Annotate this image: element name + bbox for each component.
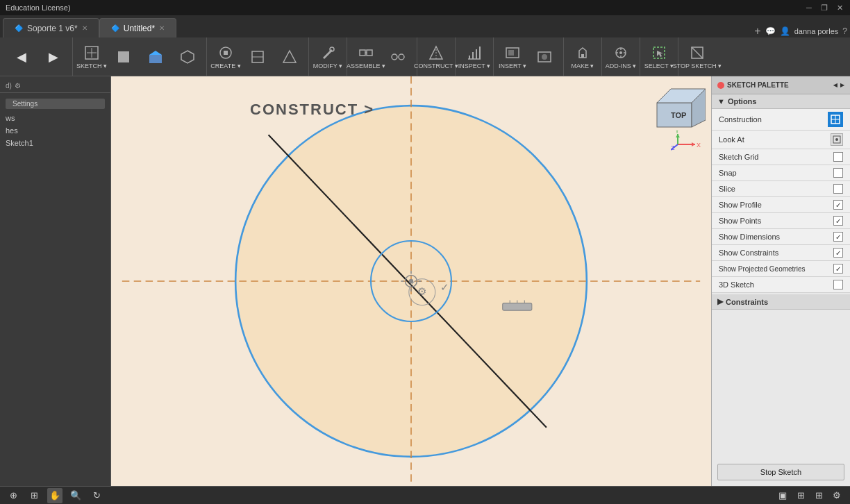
- create2-button[interactable]: [242, 40, 274, 74]
- sketch-grid-checkbox[interactable]: [833, 152, 843, 162]
- look-at-btn[interactable]: [831, 133, 843, 146]
- svg-text:⚙: ⚙: [417, 286, 426, 297]
- sketch-create-button[interactable]: [140, 40, 172, 74]
- show-dimensions-checkbox[interactable]: [833, 232, 843, 242]
- help-btn[interactable]: ?: [842, 26, 847, 36]
- palette-pin-icon[interactable]: ◂: [833, 81, 838, 90]
- panel-item-ws[interactable]: ws: [0, 112, 110, 124]
- viewport[interactable]: CONSTRUCT >: [111, 76, 711, 486]
- options-collapse-icon: ▼: [717, 97, 725, 106]
- sketch-3d-button[interactable]: [172, 40, 203, 74]
- toolbar-create-group: CREATE ▾: [207, 37, 309, 76]
- settings-gear-btn[interactable]: ⚙: [829, 488, 844, 503]
- snap-toggle-btn[interactable]: ⊕: [6, 488, 21, 503]
- assemble-icon: [358, 44, 374, 61]
- panel-item-sketch1[interactable]: Sketch1: [0, 137, 110, 149]
- back-button[interactable]: ◀: [6, 40, 38, 74]
- select-button[interactable]: SELECT ▾: [643, 40, 675, 74]
- stop-sketch-icon: [689, 44, 706, 61]
- tabs-right-controls: + 💬 👤 danna porles ?: [754, 25, 847, 37]
- create-icon: [217, 44, 234, 61]
- orbit-btn[interactable]: ↻: [89, 488, 104, 503]
- slice-checkbox[interactable]: [833, 184, 843, 194]
- chat-icon[interactable]: 💬: [765, 26, 776, 36]
- show-profile-checkbox[interactable]: [833, 200, 843, 210]
- units-btn[interactable]: ⊞: [811, 488, 826, 503]
- svg-point-31: [619, 51, 622, 54]
- tab-untitled-label: Untitled*: [124, 24, 155, 33]
- settings-button[interactable]: Settings: [6, 99, 105, 109]
- make-button[interactable]: MAKE ▾: [567, 40, 599, 74]
- title-bar: Education License) ─ ❐ ✕: [0, 0, 850, 15]
- 3d-sketch-checkbox[interactable]: [833, 280, 843, 289]
- assemble-button[interactable]: ASSEMBLE ▾: [350, 40, 382, 74]
- tab-soporte-label: Soporte 1 v6*: [27, 24, 78, 33]
- create3-button[interactable]: [274, 40, 306, 74]
- addins-button[interactable]: ADD-INS ▾: [605, 40, 637, 74]
- snap-checkbox[interactable]: [833, 168, 843, 178]
- sketch-palette-header: SKETCH PALETTE ◂ ▸: [712, 76, 850, 94]
- 3d-sketch-row: 3D Sketch: [712, 277, 850, 293]
- toolbar-inspect-group: INSPECT ▾: [456, 37, 494, 76]
- username-label: danna porles: [794, 27, 839, 35]
- modify-button[interactable]: MODIFY ▾: [312, 40, 344, 74]
- svg-rect-3: [118, 51, 129, 62]
- forward-button[interactable]: ▶: [38, 40, 69, 74]
- create3-icon: [281, 49, 298, 65]
- close-button[interactable]: ✕: [835, 3, 844, 12]
- add-tab-btn[interactable]: +: [754, 25, 760, 37]
- zoom-orbit-btn[interactable]: 🔍: [68, 488, 83, 503]
- show-points-checkbox[interactable]: [833, 216, 843, 226]
- show-projected-checkbox[interactable]: [833, 264, 843, 274]
- panel-settings-icon: ⚙: [15, 82, 21, 90]
- stop-sketch-toolbar-button[interactable]: STOP SKETCH ▾: [681, 40, 713, 74]
- insert2-button[interactable]: [528, 40, 560, 74]
- pan-tool-btn[interactable]: ✋: [47, 488, 62, 503]
- panel-item-hes[interactable]: hes: [0, 124, 110, 137]
- app-title: Education License): [6, 3, 71, 12]
- view-cube-svg: TOP: [650, 82, 706, 137]
- assemble2-button[interactable]: [382, 40, 414, 74]
- construction-label: Construction: [719, 115, 762, 124]
- axis-indicator: X Y Z: [671, 131, 706, 151]
- sketch-canvas: ⚙ ✓: [111, 76, 711, 486]
- grid-mode-btn[interactable]: ⊞: [793, 488, 808, 503]
- toolbar-insert-group: INSERT ▾: [494, 37, 564, 76]
- toolbar-modify-group: MODIFY ▾: [309, 37, 347, 76]
- svg-marker-11: [283, 51, 296, 62]
- sketch-stop-button[interactable]: [108, 40, 140, 74]
- constraints-section-header[interactable]: ▶ Constraints: [712, 294, 850, 310]
- minimize-button[interactable]: ─: [804, 3, 814, 12]
- svg-point-73: [835, 138, 838, 141]
- svg-point-16: [392, 54, 397, 60]
- svg-rect-14: [367, 50, 372, 56]
- snap-row: Snap: [712, 165, 850, 181]
- stop-sketch-palette-button[interactable]: Stop Sketch: [717, 464, 844, 480]
- view-cube[interactable]: TOP X Y Z: [650, 82, 706, 137]
- create-button[interactable]: CREATE ▾: [210, 40, 242, 74]
- restore-button[interactable]: ❐: [819, 3, 829, 12]
- tab-soporte[interactable]: 🔷 Soporte 1 v6* ✕: [3, 18, 99, 37]
- panel-header-row: d) ⚙: [0, 79, 110, 93]
- insert-button[interactable]: INSERT ▾: [497, 40, 528, 74]
- panel-ws-label: ws: [6, 114, 15, 122]
- create-label: CREATE ▾: [210, 62, 240, 69]
- sketch-new-button[interactable]: SKETCH ▾: [76, 40, 108, 74]
- tab-untitled-close[interactable]: ✕: [159, 24, 165, 32]
- tab-soporte-close[interactable]: ✕: [82, 24, 88, 32]
- grid-toggle-btn[interactable]: ⊞: [26, 488, 42, 503]
- tab-untitled[interactable]: 🔷 Untitled* ✕: [99, 18, 176, 37]
- construct-button[interactable]: CONSTRUCT ▾: [420, 40, 452, 74]
- options-section-header[interactable]: ▼ Options: [712, 94, 850, 109]
- show-constraints-checkbox[interactable]: [833, 248, 843, 258]
- display-mode-btn[interactable]: ▣: [775, 488, 790, 503]
- toolbar-construct-group: CONSTRUCT ▾: [417, 37, 456, 76]
- show-projected-row: Show Projected Geometries: [712, 261, 850, 277]
- construction-toggle[interactable]: [828, 112, 843, 127]
- palette-expand-icon[interactable]: ▸: [840, 81, 844, 90]
- inspect-button[interactable]: INSPECT ▾: [458, 40, 490, 74]
- svg-rect-54: [503, 303, 532, 311]
- svg-rect-8: [224, 51, 228, 55]
- svg-rect-29: [581, 54, 584, 58]
- look-at-row: Look At: [712, 131, 850, 149]
